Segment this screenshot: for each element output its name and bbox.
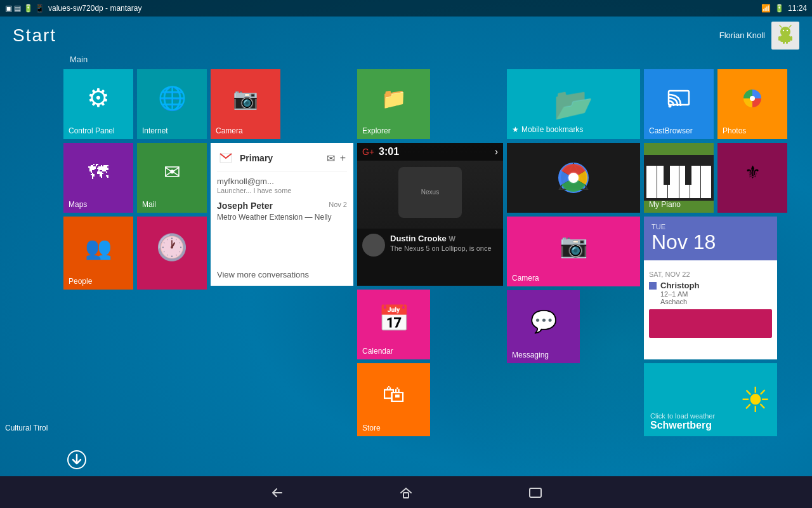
user-name: Florian Knoll xyxy=(719,30,765,41)
camera2-icon: 📷 xyxy=(560,232,588,259)
cast-svg xyxy=(667,87,690,110)
calendar-tile[interactable]: 📅 Calendar xyxy=(357,290,430,359)
wifi-icon: 📶 xyxy=(761,4,771,13)
clock-tile[interactable]: 🕐 xyxy=(137,217,207,290)
col-4: 📁 Explorer G+ 3:01 › Nexus xyxy=(357,69,503,436)
sun-icon: ☀ xyxy=(740,380,771,420)
camera1-label: Camera xyxy=(216,126,243,135)
cal-event-title: Christoph xyxy=(660,281,699,290)
gplus-tile[interactable]: G+ 3:01 › Nexus Dustin Crooke W Th xyxy=(357,143,503,286)
col-1: ⚙ Control Panel 🗺 Maps 👥 People xyxy=(63,69,133,436)
status-icons: ▣ ▤ 🔋 📱 xyxy=(5,4,44,13)
gmail-label: Primary xyxy=(240,153,320,163)
pinwheel-svg xyxy=(741,87,764,110)
schwertberg-click-label: Click to load weather xyxy=(650,412,715,420)
gmail-envelope-icon[interactable]: ✉ xyxy=(325,151,336,166)
svg-rect-3 xyxy=(790,36,792,41)
castbrowser-label: CastBrowser xyxy=(649,126,693,135)
svg-rect-4 xyxy=(783,40,785,44)
page-title: Start xyxy=(13,25,56,46)
mypiano-label: My Piano xyxy=(649,200,681,209)
mail-label: Mail xyxy=(142,200,156,209)
cal-event-details: Christoph 12–1 AM Aschach xyxy=(660,281,699,305)
camera1-tile[interactable]: 📷 Camera xyxy=(211,69,280,139)
home-icon xyxy=(398,485,414,500)
control-panel-tile[interactable]: ⚙ Control Panel xyxy=(63,69,133,139)
mypiano-tile[interactable]: My Piano xyxy=(644,143,714,213)
photos-icon xyxy=(741,87,764,110)
home-button[interactable] xyxy=(398,484,414,500)
svg-point-7 xyxy=(787,30,788,31)
svg-rect-5 xyxy=(786,40,788,44)
gplus-time: 3:01 xyxy=(379,146,399,157)
gplus-arrow-icon: › xyxy=(495,146,498,157)
svg-point-0 xyxy=(780,27,790,37)
phone-mockup: Nexus xyxy=(398,167,462,218)
bookmarks-tile[interactable]: 📂 ★ Mobile bookmarks xyxy=(507,69,640,139)
maps-label: Maps xyxy=(69,200,87,209)
cultural-tile[interactable]: ⚜ Cultural Tirol xyxy=(717,143,787,213)
explorer-tile[interactable]: 📁 Explorer xyxy=(357,69,430,139)
castbrowser-tile[interactable]: CastBrowser xyxy=(644,69,714,139)
news-text: Dustin Crooke W The Nexus 5 on Lollipop,… xyxy=(390,234,498,252)
gmail-actions[interactable]: ✉ + xyxy=(325,151,347,166)
top-bar: Start Florian Knoll xyxy=(0,17,812,55)
download-icon xyxy=(67,450,87,470)
mail-tile[interactable]: ✉ Mail xyxy=(137,143,207,213)
status-right: 📶 🔋 11:24 xyxy=(761,4,807,13)
cal-date-value: Nov 18 xyxy=(652,231,769,254)
cal-day-label: TUE xyxy=(652,223,769,231)
cal-event-dot xyxy=(649,282,657,290)
messaging-label: Messaging xyxy=(512,351,549,359)
gmail-sender-name: Joseph Peter xyxy=(217,201,273,211)
cal-events-area: SAT, NOV 22 Christoph 12–1 AM Aschach xyxy=(644,260,777,359)
gmail-msg-preview: Metro Weather Extension — Nelly xyxy=(217,213,332,222)
avatar[interactable] xyxy=(771,22,799,50)
news-avatar xyxy=(362,234,385,257)
calendar-widget-tile[interactable]: TUE Nov 18 SAT, NOV 22 Christoph 12–1 AM… xyxy=(644,217,777,359)
gmail-add-icon[interactable]: + xyxy=(339,151,347,166)
maps-icon: 🗺 xyxy=(88,161,108,184)
control-panel-label: Control Panel xyxy=(69,126,115,135)
gplus-content: Dustin Crooke W The Nexus 5 on Lollipop,… xyxy=(357,229,503,262)
gmail-view-more[interactable]: View more conversations xyxy=(217,264,309,279)
svg-rect-2 xyxy=(778,36,780,41)
messaging-tile[interactable]: 💬 Messaging xyxy=(507,290,580,363)
maps-tile[interactable]: 🗺 Maps xyxy=(63,143,133,213)
svg-rect-21 xyxy=(530,488,541,497)
gear-icon: ⚙ xyxy=(87,83,110,112)
col-5: 📂 ★ Mobile bookmarks xyxy=(507,69,640,436)
chrome-screenshot xyxy=(507,143,640,213)
svg-point-6 xyxy=(783,30,784,31)
svg-rect-1 xyxy=(780,36,790,42)
cast-icon xyxy=(667,87,690,110)
svg-point-18 xyxy=(750,96,755,101)
col-6: CastBrowser Photos xyxy=(644,69,787,436)
calendar-label: Calendar xyxy=(362,347,393,356)
cal-event-location: Aschach xyxy=(660,298,699,305)
gmail-tile[interactable]: Primary ✉ + myfknoll@gm... Launcher... I… xyxy=(211,143,353,286)
cal-event-item: Christoph 12–1 AM Aschach xyxy=(649,281,772,305)
gplus-w-icon: W xyxy=(449,235,455,243)
camera2-tile[interactable]: 📷 Camera xyxy=(507,217,640,286)
internet-tile[interactable]: 🌐 Internet xyxy=(137,69,207,139)
schwertberg-name: Schwertberg xyxy=(650,420,712,431)
section-label: Main xyxy=(0,55,812,64)
cal-event-time: 12–1 AM xyxy=(660,290,699,298)
recents-button[interactable] xyxy=(528,484,543,500)
user-area[interactable]: Florian Knoll xyxy=(719,22,799,50)
gmail-icon xyxy=(217,149,235,167)
gmail-sender-email: myfknoll@gm... xyxy=(217,177,274,186)
download-button[interactable] xyxy=(67,448,87,470)
svg-point-15 xyxy=(568,173,579,183)
back-button[interactable] xyxy=(269,484,284,500)
people-tile[interactable]: 👥 People xyxy=(63,217,133,290)
photos-tile[interactable]: Photos xyxy=(717,69,787,139)
store-tile[interactable]: 🛍 Store xyxy=(357,363,430,436)
chrome-tile[interactable] xyxy=(507,143,640,213)
device-label: values-sw720dp - mantaray xyxy=(48,4,141,13)
star-icon: ★ xyxy=(512,125,519,134)
row-piano-cultural: My Piano ⚜ Cultural Tirol xyxy=(644,143,787,213)
back-icon xyxy=(269,485,284,500)
schwertberg-tile[interactable]: ☀ Click to load weather Schwertberg xyxy=(644,363,777,436)
